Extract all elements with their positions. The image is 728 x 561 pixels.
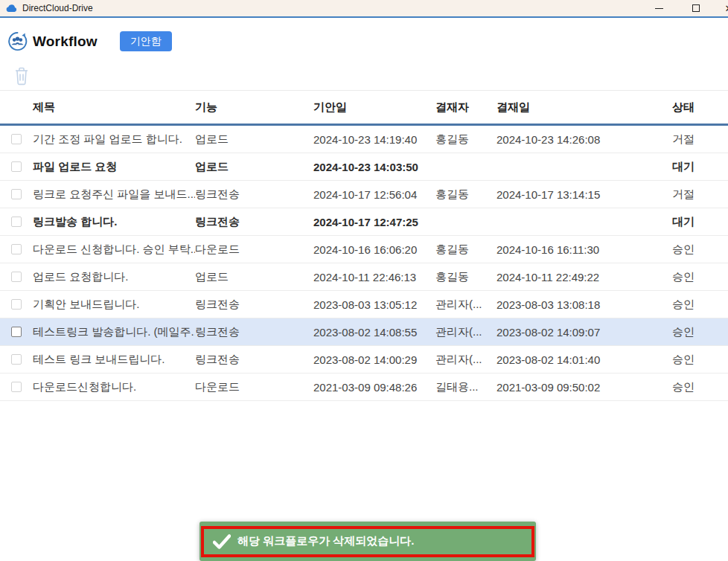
row-checkbox-cell xyxy=(0,327,33,337)
table-row[interactable]: 기간 조정 파일 업로드 합니다. 업로드 2024-10-23 14:19:4… xyxy=(0,126,728,153)
row-function: 링크전송 xyxy=(195,298,313,312)
column-header-title: 제목 xyxy=(33,100,195,115)
trash-icon xyxy=(13,65,31,86)
row-approval-date: 2024-10-16 16:11:30 xyxy=(496,243,648,256)
draftbox-button[interactable]: 기안함 xyxy=(120,31,172,51)
workflow-icon xyxy=(7,31,28,51)
table-row[interactable]: 다운로드신청합니다. 다운로드 2021-03-09 09:48:26 길태용.… xyxy=(0,374,728,401)
row-status: 승인 xyxy=(648,353,728,367)
row-approval-date: 2024-10-17 13:14:15 xyxy=(496,188,648,201)
row-checkbox[interactable] xyxy=(11,134,22,144)
page-title: Workflow xyxy=(33,33,98,50)
minimize-icon xyxy=(655,8,663,9)
table-row[interactable]: 링크로 요청주신 파일을 보내드... 링크전송 2024-10-17 12:5… xyxy=(0,181,728,208)
row-checkbox[interactable] xyxy=(11,244,22,254)
app-cloud-icon xyxy=(6,4,17,13)
maximize-button[interactable] xyxy=(685,0,707,16)
row-draft-date: 2023-08-02 14:08:55 xyxy=(313,326,435,339)
close-icon: ✕ xyxy=(725,3,728,14)
column-header-approver: 결재자 xyxy=(435,100,496,115)
row-title: 업로드 요청합니다. xyxy=(33,270,195,284)
row-function: 링크전송 xyxy=(195,325,313,339)
row-checkbox[interactable] xyxy=(11,354,22,365)
row-checkbox-cell xyxy=(0,354,33,365)
table-row[interactable]: 테스트링크 발송합니다. (메일주... 링크전송 2023-08-02 14:… xyxy=(0,318,728,346)
table-row[interactable]: 다운로드 신청합니다. 승인 부탁... 다운로드 2024-10-16 16:… xyxy=(0,236,728,263)
row-checkbox-cell xyxy=(0,382,33,392)
row-status: 승인 xyxy=(648,298,728,312)
row-approver: 홍길동 xyxy=(435,132,496,147)
row-checkbox[interactable] xyxy=(11,299,22,310)
row-title: 테스트링크 발송합니다. (메일주... xyxy=(33,325,195,339)
row-checkbox-cell xyxy=(0,161,33,172)
row-approval-date: 2021-03-09 09:50:02 xyxy=(496,381,648,394)
row-checkbox[interactable] xyxy=(11,161,22,172)
row-function: 다운로드 xyxy=(195,380,313,394)
row-checkbox[interactable] xyxy=(11,217,22,227)
delete-trash-button[interactable] xyxy=(11,65,32,86)
row-checkbox-cell xyxy=(0,217,33,227)
row-approval-date: 2023-08-02 14:09:07 xyxy=(496,326,648,339)
window-title: DirectCloud-Drive xyxy=(22,3,93,13)
row-function: 업로드 xyxy=(195,160,313,174)
row-checkbox[interactable] xyxy=(11,272,22,282)
row-approver: 관리자(... xyxy=(435,298,496,312)
row-checkbox[interactable] xyxy=(11,382,22,392)
row-draft-date: 2024-10-16 16:06:20 xyxy=(313,243,435,256)
row-status: 승인 xyxy=(648,243,728,257)
table-row[interactable]: 기획안 보내드립니다. 링크전송 2023-08-03 13:05:12 관리자… xyxy=(0,291,728,318)
row-checkbox[interactable] xyxy=(11,327,22,337)
row-approval-date: 2023-08-02 14:01:40 xyxy=(496,353,648,366)
column-header-approval-date: 결재일 xyxy=(496,100,648,115)
row-approver: 홍길동 xyxy=(435,243,496,257)
row-checkbox[interactable] xyxy=(11,189,22,199)
row-function: 링크전송 xyxy=(195,187,313,202)
row-draft-date: 2023-08-03 13:05:12 xyxy=(313,298,435,311)
row-function: 다운로드 xyxy=(195,243,313,257)
table-row[interactable]: 테스트 링크 보내드립니다. 링크전송 2023-08-02 14:00:29 … xyxy=(0,346,728,374)
row-approver: 관리자(... xyxy=(435,325,496,339)
row-status: 승인 xyxy=(648,380,728,394)
toast-message: 해당 워크플로우가 삭제되었습니다. xyxy=(237,534,415,548)
table-row[interactable]: 파일 업로드 요청 업로드 2024-10-23 14:03:50 대기 xyxy=(0,153,728,181)
row-status: 거절 xyxy=(648,132,728,147)
row-draft-date: 2024-10-11 22:46:13 xyxy=(313,271,435,283)
column-header-status: 상태 xyxy=(648,100,728,115)
table-header: 제목 기능 기안일 결재자 결재일 상태 xyxy=(0,90,728,126)
row-function: 링크전송 xyxy=(195,353,313,367)
row-title: 테스트 링크 보내드립니다. xyxy=(33,353,195,367)
row-draft-date: 2021-03-09 09:48:26 xyxy=(313,381,435,394)
row-approver: 홍길동 xyxy=(435,270,496,284)
row-title: 다운로드신청합니다. xyxy=(33,380,195,394)
row-title: 링크발송 합니다. xyxy=(33,215,195,229)
toast-notification: 해당 워크플로우가 삭제되었습니다. xyxy=(199,522,536,561)
row-checkbox-cell xyxy=(0,244,33,254)
row-function: 업로드 xyxy=(195,132,313,147)
row-status: 승인 xyxy=(648,325,728,339)
row-title: 기간 조정 파일 업로드 합니다. xyxy=(33,132,195,147)
table-body: 기간 조정 파일 업로드 합니다. 업로드 2024-10-23 14:19:4… xyxy=(0,126,728,401)
row-checkbox-cell xyxy=(0,134,33,144)
column-header-draft-date: 기안일 xyxy=(313,100,435,115)
row-checkbox-cell xyxy=(0,189,33,199)
table-row[interactable]: 링크발송 합니다. 링크전송 2024-10-17 12:47:25 대기 xyxy=(0,208,728,236)
row-title: 파일 업로드 요청 xyxy=(33,160,195,174)
row-approval-date: 2023-08-03 13:08:18 xyxy=(496,298,648,311)
minimize-button[interactable] xyxy=(648,0,670,16)
row-draft-date: 2024-10-23 14:19:40 xyxy=(313,133,435,146)
column-header-function: 기능 xyxy=(195,100,313,115)
row-draft-date: 2024-10-23 14:03:50 xyxy=(313,161,435,173)
row-function: 업로드 xyxy=(195,270,313,284)
close-button[interactable]: ✕ xyxy=(718,0,728,16)
row-approval-date: 2024-10-23 14:26:08 xyxy=(496,133,648,146)
row-approver: 관리자(... xyxy=(435,353,496,367)
row-status: 거절 xyxy=(648,187,728,202)
row-draft-date: 2024-10-17 12:47:25 xyxy=(313,216,435,228)
row-approval-date: 2024-10-11 22:49:22 xyxy=(496,271,648,283)
row-approver: 홍길동 xyxy=(435,187,496,202)
table-row[interactable]: 업로드 요청합니다. 업로드 2024-10-11 22:46:13 홍길동 2… xyxy=(0,263,728,291)
titlebar: DirectCloud-Drive ✕ xyxy=(0,0,728,18)
check-icon xyxy=(213,534,231,549)
row-status: 대기 xyxy=(648,215,728,229)
row-function: 링크전송 xyxy=(195,215,313,229)
